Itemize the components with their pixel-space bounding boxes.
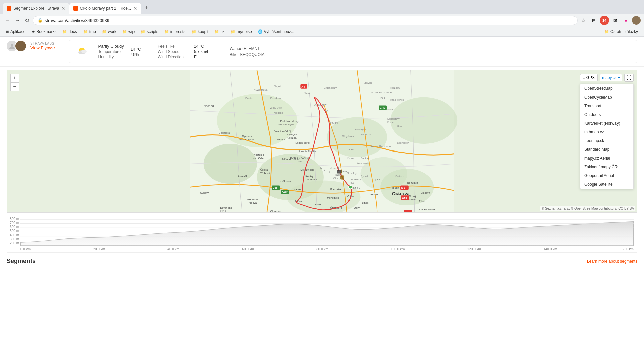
lock-icon: 🔒 — [38, 18, 43, 23]
x-label-160: 160.0 km — [620, 247, 634, 251]
svg-text:Kłodzka: Kłodzka — [287, 136, 297, 139]
tab-close-2[interactable]: ✕ — [133, 6, 137, 11]
svg-point-5 — [204, 144, 257, 184]
bookmark-mynoise[interactable]: 📁 mynoise — [228, 28, 255, 35]
x-label-40: 40.0 km — [167, 247, 179, 251]
reload-button[interactable]: ↻ — [23, 16, 31, 25]
bookmark-scripts[interactable]: 📁 scripts — [138, 28, 161, 35]
browser-chrome: Segment Explore | Strava ✕ Okolo Moravy … — [0, 0, 644, 37]
avatar-img — [15, 40, 27, 52]
back-button[interactable]: ← — [3, 16, 11, 25]
map-container[interactable]: Náchod Dobruška Litomyšl Svitavy Devět s… — [7, 70, 637, 213]
tab-strava-ride[interactable]: Okolo Moravy part 2 | Ride... ✕ — [69, 3, 142, 14]
svg-text:y: y — [324, 168, 325, 171]
folder-interests-icon: 📁 — [164, 29, 169, 34]
svg-text:1491: 1491 — [333, 177, 338, 179]
svg-text:Kietrz: Kietrz — [349, 148, 356, 151]
svg-text:Devět skal: Devět skal — [220, 206, 232, 209]
bookmark-work[interactable]: 📁 work — [99, 28, 119, 35]
layer-openstreetmap[interactable]: OpenStreetMap — [580, 84, 633, 93]
svg-text:Náchod: Náchod — [204, 104, 214, 108]
layer-geoportail[interactable]: Geoportail Aerial — [580, 171, 633, 180]
layer-mapycz-aerial[interactable]: mapy.cz Aerial — [580, 154, 633, 163]
layer-menu: OpenStreetMap OpenCycleMap Transport Out… — [580, 84, 634, 189]
bookmark-interests-label: interests — [170, 29, 185, 34]
tab-title-1: Segment Explore | Strava — [13, 6, 59, 11]
svg-text:Baborów: Baborów — [360, 133, 371, 136]
layer-opencyclemap[interactable]: OpenCycleMap — [580, 93, 633, 102]
svg-text:Prószków: Prószków — [389, 86, 400, 89]
wind-speed-value: 5.7 km/h — [194, 49, 209, 54]
zoom-out-button[interactable]: − — [10, 82, 19, 91]
tab-strava-explore[interactable]: Segment Explore | Strava ✕ — [3, 3, 69, 14]
svg-text:Frydek-Mistek: Frydek-Mistek — [419, 208, 436, 211]
folder-other-icon: 📁 — [604, 29, 609, 34]
y-label-200: 200 m — [8, 241, 19, 245]
forward-button[interactable]: → — [13, 16, 21, 25]
map-top-right: ↓ GPX mapy.cz ▾ ⛶ — [580, 74, 634, 82]
bookmark-bookmarks[interactable]: ★ Bookmarks — [29, 28, 59, 35]
gpx-download-button[interactable]: ↓ GPX — [580, 74, 598, 81]
elevation-x-axis: 0.0 km 20.0 km 40.0 km 60.0 km 80.0 km 1… — [20, 246, 634, 252]
feels-like-value: 14 °C — [194, 44, 209, 49]
folder-wip-icon: 📁 — [122, 29, 127, 34]
view-flybys-link[interactable]: View Flybys › — [30, 45, 55, 50]
extensions-icon[interactable]: ⊞ — [589, 16, 598, 25]
bookmark-aplikace[interactable]: ⊞ Aplikace — [3, 28, 28, 35]
bookmark-uk[interactable]: 📁 uk — [212, 28, 227, 35]
svg-text:A4: A4 — [301, 85, 305, 88]
layer-transport[interactable]: Transport — [580, 102, 633, 110]
map-layer-dropdown[interactable]: mapy.cz ▾ — [600, 74, 622, 81]
svg-rect-125 — [340, 176, 344, 180]
svg-text:Głogówek: Głogówek — [342, 135, 354, 138]
device-bike: Bike: SEQOQUOIA — [230, 52, 264, 57]
tab-title-2: Okolo Moravy part 2 | Ride... — [80, 6, 131, 11]
learn-more-segments-link[interactable]: Learn more about segments — [587, 259, 637, 264]
temperature-label: Temperature — [98, 49, 124, 54]
bookmark-interests[interactable]: 📁 interests — [162, 28, 188, 35]
bookmark-wip[interactable]: 📁 wip — [120, 28, 137, 35]
layer-kartverket[interactable]: Kartverket (Norway) — [580, 119, 633, 128]
layer-standard[interactable]: Standard Map — [580, 145, 633, 154]
svg-text:Lanškroun: Lanškroun — [279, 180, 291, 183]
address-bar[interactable]: 🔒 strava.com/activities/3496320939 — [33, 16, 578, 25]
profile-avatar[interactable] — [632, 16, 641, 25]
elevation-chart-area — [20, 216, 634, 246]
bookmark-uk-label: uk — [220, 29, 225, 34]
svg-text:N i z k y: N i z k y — [347, 172, 357, 175]
zoom-in-button[interactable]: + — [10, 74, 19, 82]
bookmark-mynoise-label: mynoise — [237, 29, 252, 34]
bookmark-koupit[interactable]: 📁 koupit — [189, 28, 211, 35]
svg-text:Nowa Ruda: Nowa Ruda — [254, 88, 268, 91]
bookmark-star-button[interactable]: ☆ — [580, 16, 587, 25]
bookmark-tmp[interactable]: 📁 tmp — [80, 28, 99, 35]
fullscreen-button[interactable]: ⛶ — [624, 74, 634, 82]
layer-freemap[interactable]: freemap.sk — [580, 136, 633, 145]
layer-mtbmap[interactable]: mtbmap.cz — [580, 128, 633, 136]
svg-text:Odry: Odry — [354, 206, 360, 209]
layer-outdoors[interactable]: Outdoors — [580, 110, 633, 119]
mail-icon[interactable]: ✉ — [610, 16, 620, 25]
x-label-60: 60.0 km — [242, 247, 254, 251]
bookmark-vyhlaseni[interactable]: 🌐 Vyhlášení nouz... — [255, 28, 298, 35]
tab-favicon-2 — [73, 6, 78, 11]
tab-close-1[interactable]: ✕ — [61, 6, 65, 11]
svg-text:Kuznia Raciborsk: Kuznia Raciborsk — [370, 145, 391, 148]
user-icon[interactable]: ● — [621, 16, 631, 25]
bookmark-docs[interactable]: 📁 docs — [60, 28, 79, 35]
svg-text:Paczkow: Paczkow — [270, 97, 281, 100]
svg-text:Głubczyce: Głubczyce — [354, 128, 367, 131]
bookmark-other[interactable]: 📁 Ostatní záložky — [602, 28, 641, 35]
svg-text:ik: ik — [342, 180, 344, 183]
layer-zakladni[interactable]: Základní mapy ČR — [580, 163, 633, 171]
tab-favicon-1 — [7, 6, 11, 11]
tab-groups-icon[interactable]: 14 — [600, 16, 609, 25]
svg-point-124 — [338, 171, 340, 173]
new-tab-button[interactable]: + — [141, 3, 152, 14]
layer-google-satellite[interactable]: Google Satellite — [580, 180, 633, 189]
svg-text:E 40: E 40 — [380, 106, 385, 109]
gpx-download-icon: ↓ — [583, 75, 585, 80]
y-label-300: 300 m — [8, 237, 19, 241]
tab-bar: Segment Explore | Strava ✕ Okolo Moravy … — [0, 0, 644, 14]
svg-text:n: n — [339, 178, 340, 181]
